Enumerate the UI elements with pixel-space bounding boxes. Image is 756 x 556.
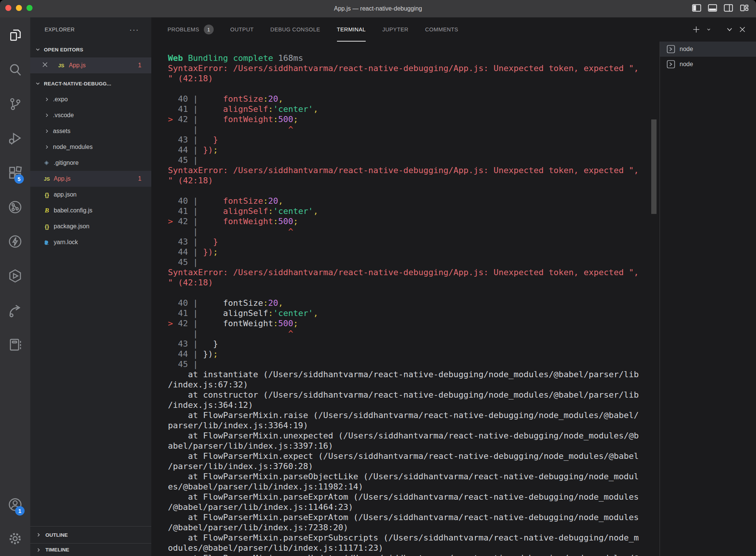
terminal-prompt-icon: [666, 59, 676, 69]
tab-label: JUPYTER: [382, 26, 408, 33]
open-editor-item-appjs[interactable]: JS App.js 1: [30, 57, 151, 73]
tree-item-app-json[interactable]: {}app.json: [30, 187, 151, 203]
terminal-line: SyntaxError: /Users/siddhantvarma/react-…: [168, 63, 660, 73]
terminal-line: " (42:18): [168, 175, 660, 186]
tab-label: COMMENTS: [425, 26, 458, 33]
git-file-icon: [43, 160, 51, 166]
problems-count-badge: 1: [138, 62, 141, 69]
terminal-line: 41 | alignSelf:'center',: [168, 308, 660, 318]
terminal-line: 43 | }: [168, 237, 660, 247]
terminal-line: at FlowParserMixin.unexpected (/Users/si…: [168, 431, 660, 441]
toggle-secondary-sidebar-icon[interactable]: [723, 3, 733, 13]
tree-item-app-js[interactable]: JSApp.js1: [30, 171, 151, 187]
terminal-instance-node[interactable]: node: [660, 57, 756, 72]
tree-item-label: yarn.lock: [54, 239, 78, 246]
account-badge: 1: [15, 506, 25, 516]
terminal-line: es/@babel/parser/lib/index.js:11982:14): [168, 482, 660, 492]
terminal-line: | ^: [168, 328, 660, 339]
terminal-line: SyntaxError: /Users/siddhantvarma/react-…: [168, 165, 660, 175]
tab-comments[interactable]: COMMENTS: [425, 17, 458, 42]
tree-item-package-json[interactable]: {}package.json: [30, 218, 151, 234]
chevron-right-icon: [44, 128, 50, 134]
close-editor-icon[interactable]: [42, 61, 48, 70]
share-icon[interactable]: [6, 301, 24, 319]
timeline-section-header[interactable]: TIMELINE: [30, 543, 151, 556]
terminal-line: 43 | }: [168, 135, 660, 145]
terminal-line: 45 |: [168, 257, 660, 267]
tree-item-label: assets: [53, 128, 70, 135]
terminal-instance-node[interactable]: node: [660, 42, 756, 57]
extensions-badge: 5: [14, 174, 24, 184]
tab-label: OUTPUT: [230, 26, 254, 33]
panel-chevron-down-icon[interactable]: [726, 26, 733, 33]
terminal-instance-list: nodenode: [660, 42, 756, 556]
toggle-panel-icon[interactable]: [708, 3, 717, 13]
terminal-scrollbar[interactable]: [651, 119, 657, 214]
terminal-instance-label: node: [680, 61, 693, 68]
tab-jupyter[interactable]: JUPYTER: [382, 17, 408, 42]
tree-item-label: .vscode: [53, 112, 74, 119]
run-debug-icon[interactable]: [6, 129, 24, 147]
tab-terminal[interactable]: TERMINAL: [337, 17, 366, 42]
terminal-line: at constructor (/Users/siddhantvarma/rea…: [168, 390, 660, 400]
terminal-line: 44 | });: [168, 145, 660, 155]
terminal-line: [168, 84, 660, 94]
terminal-line: at FlowParserMixin.parseExprSubscripts (…: [168, 533, 660, 543]
account-icon[interactable]: 1: [6, 496, 24, 514]
tree-item-yarn-lock[interactable]: yarn.lock: [30, 234, 151, 250]
tree-item--gitignore[interactable]: .gitignore: [30, 155, 151, 171]
tree-item-node-modules[interactable]: node_modules: [30, 139, 151, 155]
bottom-panel: PROBLEMS1OUTPUTDEBUG CONSOLETERMINALJUPY…: [151, 17, 756, 556]
expo-tools-icon[interactable]: [6, 267, 24, 285]
tree-item--expo[interactable]: .expo: [30, 91, 151, 107]
chevron-right-icon: [44, 96, 50, 102]
json-file-icon: {}: [43, 192, 51, 198]
terminal-viewport[interactable]: Web Bundling complete 168msSyntaxError: …: [151, 42, 660, 556]
terminal-line: at FlowParserMixin.expect (/Users/siddha…: [168, 451, 660, 461]
terminal-line: " (42:18): [168, 277, 660, 288]
customize-layout-icon[interactable]: [739, 3, 749, 13]
search-icon[interactable]: [6, 60, 24, 79]
tab-label: DEBUG CONSOLE: [270, 26, 320, 33]
source-control-icon[interactable]: [6, 95, 24, 113]
outline-section-header[interactable]: OUTLINE: [30, 526, 151, 543]
terminal-line: 44 | });: [168, 247, 660, 257]
tree-item--vscode[interactable]: .vscode: [30, 107, 151, 123]
tab-problems[interactable]: PROBLEMS1: [168, 17, 214, 42]
notebook-icon[interactable]: [6, 336, 24, 354]
json-file-icon: {}: [43, 223, 51, 230]
settings-gear-icon[interactable]: [6, 530, 24, 548]
close-panel-icon[interactable]: [739, 26, 746, 33]
tree-item-babel-config-js[interactable]: Bbabel.config.js: [30, 203, 151, 218]
terminal-line: | ^: [168, 124, 660, 135]
chevron-right-icon: [44, 112, 50, 118]
tree-item-label: App.js: [54, 175, 70, 182]
tab-debug-console[interactable]: DEBUG CONSOLE: [270, 17, 320, 42]
terminal-line: 44 | });: [168, 349, 660, 359]
workspace-root-header[interactable]: REACT-NATIVE-DEBUGG...: [30, 76, 151, 91]
open-editors-section-header[interactable]: OPEN EDITORS: [30, 42, 151, 57]
launch-profile-chevron-icon[interactable]: [706, 27, 711, 32]
file-tree: .expo.vscodeassetsnode_modules.gitignore…: [30, 91, 151, 250]
extensions-icon[interactable]: 5: [6, 164, 24, 182]
terminal-line: /@babel/parser/lib/index.js:11464:23): [168, 502, 660, 512]
tree-item-label: node_modules: [53, 144, 93, 150]
window-title: App.js — react-native-debugging: [0, 0, 756, 17]
babel-file-icon: B: [43, 207, 51, 214]
terminal-line: 45 |: [168, 155, 660, 165]
javascript-file-icon: JS: [58, 63, 64, 68]
chevron-right-icon: [44, 144, 50, 150]
explorer-icon[interactable]: [6, 26, 24, 44]
toggle-sidebar-icon[interactable]: [692, 3, 702, 13]
thunder-client-icon[interactable]: [6, 232, 24, 251]
terminal-line: at FlowParserMixin.parseUpdate (/Users/s…: [168, 553, 660, 556]
new-terminal-icon[interactable]: [692, 25, 701, 34]
tree-item-assets[interactable]: assets: [30, 123, 151, 139]
explorer-sidebar: EXPLORER ··· OPEN EDITORS JS App.js 1 RE…: [30, 17, 151, 556]
terminal-line: abel/parser/lib/index.js:3397:16): [168, 441, 660, 451]
terminal-line: parser/lib/index.js:3364:19): [168, 420, 660, 431]
terminal-line: > 42 | fontWeight:500;: [168, 216, 660, 226]
liveshare-icon[interactable]: [6, 198, 24, 216]
tab-output[interactable]: OUTPUT: [230, 17, 254, 42]
views-more-actions-icon[interactable]: ···: [129, 25, 139, 34]
